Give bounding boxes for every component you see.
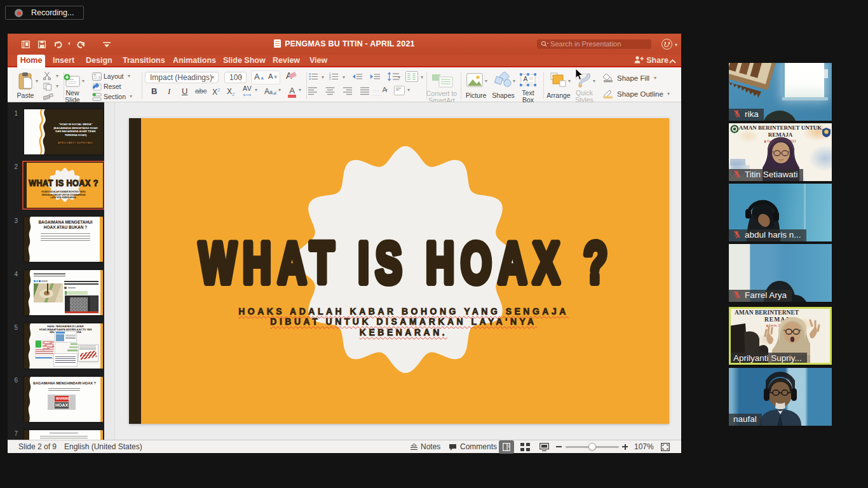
svg-text:A: A <box>524 76 528 83</box>
svg-text:WHAT IS HOAX ?: WHAT IS HOAX ? <box>199 231 614 294</box>
svg-text:3: 3 <box>329 78 331 81</box>
